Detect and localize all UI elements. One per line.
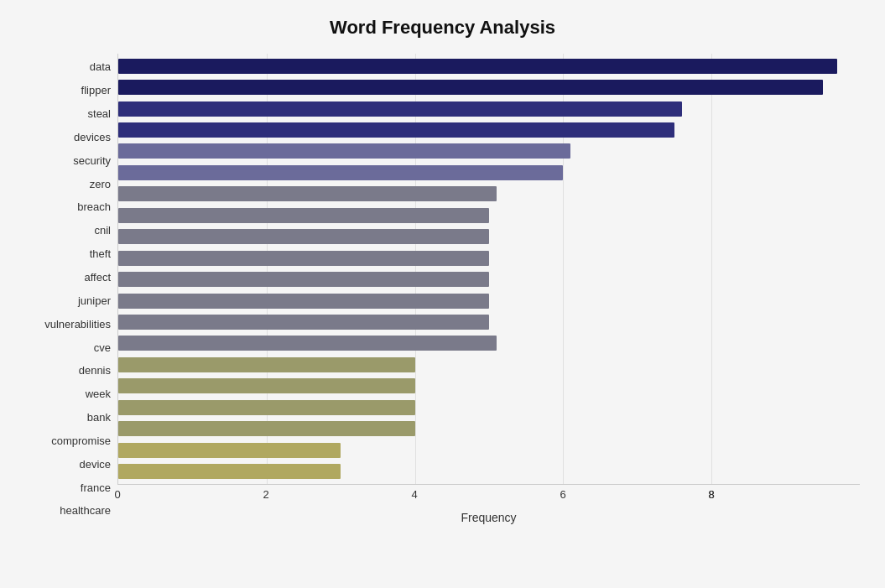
x-tick: 4 bbox=[411, 488, 417, 501]
bar-row bbox=[118, 206, 860, 225]
bar-row bbox=[118, 441, 860, 460]
bar-row bbox=[118, 270, 860, 289]
bar bbox=[118, 378, 415, 393]
y-label: breach bbox=[77, 197, 111, 217]
y-label: theft bbox=[90, 244, 111, 264]
bar-row bbox=[118, 313, 860, 331]
bar bbox=[118, 272, 489, 287]
bar bbox=[118, 101, 682, 117]
bar bbox=[118, 80, 823, 95]
y-label: security bbox=[73, 150, 111, 170]
bar-row bbox=[118, 398, 860, 417]
y-label: healthcare bbox=[60, 501, 111, 521]
bar-row bbox=[118, 377, 860, 395]
y-label: france bbox=[81, 477, 111, 497]
bar bbox=[118, 315, 489, 330]
bar bbox=[118, 251, 489, 266]
y-label: devices bbox=[74, 127, 111, 147]
y-label: bank bbox=[87, 408, 111, 428]
y-label: dennis bbox=[79, 361, 111, 381]
bars-area bbox=[117, 54, 860, 485]
y-label: affect bbox=[84, 268, 111, 288]
x-axis-labels: 024688 bbox=[117, 488, 860, 509]
bar bbox=[118, 400, 415, 415]
bars-and-xaxis: 024688 Frequency bbox=[117, 54, 860, 524]
bar-row bbox=[118, 334, 860, 352]
bar bbox=[118, 229, 489, 244]
bar bbox=[118, 143, 570, 159]
bar-row bbox=[118, 227, 860, 246]
bar-row bbox=[118, 100, 860, 118]
bar-row bbox=[118, 121, 860, 139]
chart-title: Word Frequency Analysis bbox=[25, 17, 860, 39]
bar bbox=[118, 357, 415, 372]
y-label: cnil bbox=[94, 221, 111, 241]
y-label: cve bbox=[94, 337, 111, 357]
y-label: zero bbox=[90, 174, 111, 194]
y-label: flipper bbox=[81, 81, 111, 101]
y-labels: dataflipperstealdevicessecurityzerobreac… bbox=[25, 54, 117, 524]
bar-row bbox=[118, 356, 860, 374]
y-label: steal bbox=[88, 104, 111, 124]
bar-row bbox=[118, 164, 860, 182]
chart-area: dataflipperstealdevicessecurityzerobreac… bbox=[25, 54, 860, 524]
bar-row bbox=[118, 292, 860, 310]
y-label: vulnerabilities bbox=[44, 314, 111, 334]
bar bbox=[118, 208, 489, 223]
bar bbox=[118, 464, 341, 479]
y-label: compromise bbox=[51, 430, 111, 450]
y-label: juniper bbox=[78, 290, 111, 310]
x-axis-title: Frequency bbox=[117, 511, 860, 524]
y-label: data bbox=[90, 57, 111, 77]
x-tick: 2 bbox=[263, 488, 268, 501]
bar-row bbox=[118, 249, 860, 268]
bar bbox=[118, 336, 497, 351]
bar bbox=[118, 294, 489, 309]
x-tick: 6 bbox=[560, 488, 565, 501]
bar bbox=[118, 59, 837, 74]
bar bbox=[118, 186, 497, 201]
bar-row bbox=[118, 185, 860, 203]
bar-row bbox=[118, 419, 860, 438]
bar bbox=[118, 165, 563, 180]
bar-row bbox=[118, 462, 860, 481]
y-label: device bbox=[79, 454, 111, 474]
bar-row bbox=[118, 57, 860, 75]
bars-list bbox=[118, 54, 860, 484]
bar bbox=[118, 122, 674, 138]
bar-row bbox=[118, 78, 860, 96]
y-label: week bbox=[86, 384, 111, 404]
bar-row bbox=[118, 142, 860, 160]
x-tick: 0 bbox=[114, 488, 120, 501]
bar bbox=[118, 443, 341, 458]
chart-container: Word Frequency Analysis dataflippersteal… bbox=[0, 0, 885, 588]
x-tick: 8 bbox=[708, 488, 714, 501]
bar bbox=[118, 421, 415, 436]
